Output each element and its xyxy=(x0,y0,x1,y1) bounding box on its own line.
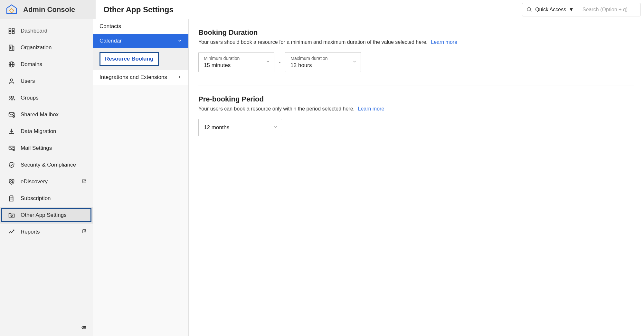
shield-icon xyxy=(8,161,15,169)
app-title: Admin Console xyxy=(23,5,75,14)
sidebar-item-label: Security & Compliance xyxy=(21,162,76,168)
sidebar-item-subscription[interactable]: Subscription xyxy=(0,190,93,207)
prebooking-desc: Your users can book a resource only with… xyxy=(198,106,355,111)
users-icon xyxy=(8,94,15,102)
sidebar-item-label: Organization xyxy=(21,44,52,51)
booking-learn-more-link[interactable]: Learn more xyxy=(431,39,457,45)
sidebar-item-data-migration[interactable]: Data Migration xyxy=(0,123,93,140)
prebooking-title: Pre-booking Period xyxy=(198,95,634,103)
subscription-icon xyxy=(8,195,15,202)
maximum-duration-label: Maximum duration xyxy=(290,56,348,61)
search-icon xyxy=(526,6,533,14)
mail-settings-icon xyxy=(8,144,15,152)
mailbox-icon xyxy=(8,111,15,119)
sidebar-item-reports[interactable]: Reports xyxy=(0,224,93,240)
collapse-sidebar-icon[interactable] xyxy=(80,324,87,332)
svg-rect-6 xyxy=(12,32,14,34)
sidebar-item-ediscovery[interactable]: eDiscovery xyxy=(0,173,93,190)
external-link-icon xyxy=(82,178,87,185)
chevron-down-icon xyxy=(273,125,278,130)
divider xyxy=(579,6,579,13)
sidebar-item-label: Domains xyxy=(21,61,42,68)
sidebar-item-label: Users xyxy=(21,78,35,84)
minimum-duration-value: 15 minutes xyxy=(204,62,231,68)
svg-rect-4 xyxy=(12,28,14,30)
section-divider xyxy=(198,85,634,85)
dashboard-icon xyxy=(8,27,15,35)
user-icon xyxy=(8,77,15,85)
minimum-duration-label: Minimum duration xyxy=(204,56,261,61)
subside-item-label: Calendar xyxy=(99,38,122,44)
maximum-duration-select[interactable]: Maximum duration 12 hours xyxy=(285,52,361,72)
chevron-right-icon xyxy=(177,75,182,80)
section-booking-duration: Booking Duration Your users should book … xyxy=(198,28,634,72)
sidebar-item-other-app-settings[interactable]: Other App Settings xyxy=(0,207,93,224)
prebooking-controls: 12 months xyxy=(198,119,634,136)
prebooking-period-select[interactable]: 12 months xyxy=(198,119,282,136)
sidebar-item-label: eDiscovery xyxy=(21,178,48,185)
prebooking-learn-more-link[interactable]: Learn more xyxy=(358,106,384,111)
search-input[interactable] xyxy=(582,7,637,13)
sidebar-item-security[interactable]: Security & Compliance xyxy=(0,157,93,173)
sidebar-item-mail-settings[interactable]: Mail Settings xyxy=(0,140,93,157)
search-bar: Quick Access ▼ xyxy=(522,3,641,16)
svg-point-16 xyxy=(10,96,12,98)
content: Booking Duration Your users should book … xyxy=(189,19,644,336)
svg-point-21 xyxy=(13,149,14,151)
sidebar-item-label: Dashboard xyxy=(21,28,47,34)
sidebar-item-label: Shared Mailbox xyxy=(21,111,59,118)
migration-icon xyxy=(8,128,15,135)
svg-rect-5 xyxy=(9,32,11,34)
svg-rect-8 xyxy=(12,47,14,50)
subside-child-resource-booking-wrap: Resource Booking xyxy=(93,48,188,70)
ediscovery-icon xyxy=(8,178,15,186)
external-link-icon xyxy=(82,229,87,235)
sidebar-item-groups[interactable]: Groups xyxy=(0,90,93,106)
sidebar-item-organization[interactable]: Organization xyxy=(0,39,93,56)
subside-item-integrations[interactable]: Integrations and Extensions xyxy=(93,70,188,85)
quick-access-dropdown[interactable]: Quick Access ▼ xyxy=(533,7,576,13)
sidebar-item-label: Subscription xyxy=(21,195,51,202)
subside-child-resource-booking[interactable]: Resource Booking xyxy=(99,52,159,66)
globe-icon xyxy=(8,61,15,68)
chevron-down-icon xyxy=(352,59,357,65)
folder-gear-icon xyxy=(8,211,15,219)
svg-point-15 xyxy=(10,79,13,81)
sidebar: Dashboard Organization Domains Users Gro xyxy=(0,19,93,336)
sub-sidebar: Contacts Calendar Resource Booking Integ… xyxy=(93,19,189,336)
prebooking-period-value: 12 months xyxy=(204,124,229,130)
header: Admin Console Other App Settings Quick A… xyxy=(0,0,644,19)
app-logo-icon xyxy=(6,4,17,15)
maximum-duration-value: 12 hours xyxy=(290,62,312,68)
minimum-duration-select[interactable]: Minimum duration 15 minutes xyxy=(198,52,274,72)
sidebar-item-shared-mailbox[interactable]: Shared Mailbox xyxy=(0,106,93,123)
quick-access-label: Quick Access xyxy=(535,7,566,13)
sidebar-item-users[interactable]: Users xyxy=(0,73,93,90)
sidebar-item-domains[interactable]: Domains xyxy=(0,56,93,73)
reports-icon xyxy=(8,228,15,236)
chevron-down-icon xyxy=(177,38,182,44)
sidebar-item-dashboard[interactable]: Dashboard xyxy=(0,23,93,39)
svg-point-27 xyxy=(11,215,13,217)
sidebar-item-label: Groups xyxy=(21,95,39,101)
page-title: Other App Settings xyxy=(103,5,174,14)
caret-down-icon: ▼ xyxy=(569,7,574,13)
booking-duration-controls: Minimum duration 15 minutes - Maximum du… xyxy=(198,52,634,72)
booking-duration-desc: Your users should book a resource for a … xyxy=(198,39,428,45)
sidebar-item-label: Data Migration xyxy=(21,128,56,135)
subside-item-label: Contacts xyxy=(99,23,121,30)
subside-item-contacts[interactable]: Contacts xyxy=(93,19,188,34)
sidebar-item-label: Mail Settings xyxy=(21,145,52,151)
header-left: Admin Console xyxy=(0,0,96,19)
sidebar-item-label: Other App Settings xyxy=(21,212,67,218)
svg-line-2 xyxy=(530,10,531,12)
subside-item-label: Integrations and Extensions xyxy=(99,74,167,81)
chevron-down-icon xyxy=(266,59,270,65)
svg-point-17 xyxy=(12,96,14,98)
subside-item-calendar[interactable]: Calendar xyxy=(93,34,188,48)
svg-rect-3 xyxy=(9,28,11,30)
section-prebooking: Pre-booking Period Your users can book a… xyxy=(198,95,634,136)
header-center: Other App Settings xyxy=(96,5,522,14)
svg-point-0 xyxy=(10,9,14,12)
main: Dashboard Organization Domains Users Gro xyxy=(0,19,644,336)
